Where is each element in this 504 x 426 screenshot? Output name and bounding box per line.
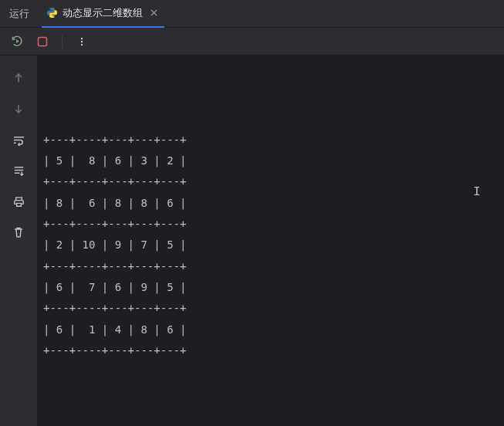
close-icon[interactable] <box>147 7 160 19</box>
run-toolbar <box>0 28 504 56</box>
text-cursor: I <box>473 181 474 194</box>
scroll-end-icon[interactable] <box>10 162 27 179</box>
svg-rect-0 <box>39 37 47 46</box>
run-tab[interactable]: 动态显示二维数组 <box>42 0 164 28</box>
python-icon <box>46 7 58 19</box>
more-button[interactable] <box>73 33 90 50</box>
arrow-down-icon[interactable] <box>10 100 27 117</box>
tabbar: 运行 动态显示二维数组 <box>0 0 504 28</box>
arrow-up-icon[interactable] <box>10 69 27 86</box>
wrap-icon[interactable] <box>10 131 27 148</box>
trash-icon[interactable] <box>10 224 27 241</box>
tab-title: 动态显示二维数组 <box>63 6 143 20</box>
rerun-button[interactable] <box>8 33 25 50</box>
svg-point-2 <box>81 40 83 42</box>
toolbar-separator <box>62 35 63 49</box>
print-icon[interactable] <box>10 193 27 210</box>
app-root: 运行 动态显示二维数组 <box>0 0 504 426</box>
body: +---+----+---+---+---+ | 5 | 8 | 6 | 3 |… <box>0 56 504 426</box>
console-text: +---+----+---+---+---+ | 5 | 8 | 6 | 3 |… <box>43 134 186 357</box>
console-output[interactable]: +---+----+---+---+---+ | 5 | 8 | 6 | 3 |… <box>37 56 504 426</box>
stop-button[interactable] <box>34 33 51 50</box>
run-toolwindow-label[interactable]: 运行 <box>9 7 29 21</box>
svg-point-1 <box>81 37 83 39</box>
console-gutter <box>0 56 37 426</box>
svg-point-3 <box>81 43 83 45</box>
